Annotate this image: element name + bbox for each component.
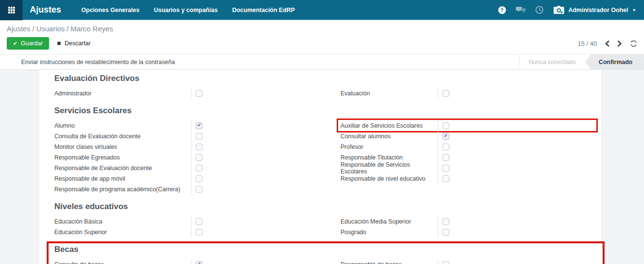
- permission-label: Consultar alumnos: [341, 133, 438, 140]
- permission-row: Consulta de becas: [54, 259, 341, 264]
- checkbox-consulta-de-becas[interactable]: [196, 261, 202, 264]
- permission-row: Responsable de nivel educativo: [341, 173, 598, 184]
- permission-row: Responsable de becas: [341, 259, 598, 264]
- permission-label: Responsable de Servicios Escolares: [341, 161, 438, 175]
- pager-value: 15 / 40: [578, 40, 597, 47]
- section-servicios-escolares: Servicios Escolares Alumno Consulta de E…: [54, 106, 602, 195]
- permission-label: Posgrado: [341, 229, 438, 236]
- permission-row: Administrador: [54, 88, 341, 99]
- permission-label: Responsable Egresados: [54, 154, 191, 161]
- checkbox-educacion-superior[interactable]: [196, 229, 202, 236]
- send-password-reset-button[interactable]: Enviar instrucciones de restablecimiento…: [0, 54, 175, 69]
- permission-label: Monitor clases virtuales: [54, 144, 191, 150]
- permission-row: Responsable de programa académico(Carrer…: [54, 184, 341, 195]
- permission-label: Alumno: [54, 122, 191, 129]
- user-menu[interactable]: Administrador Oohel ▾: [553, 5, 635, 15]
- breadcrumb-marco-reyes: Marco Reyes: [71, 25, 113, 33]
- permission-row: Posgrado: [341, 227, 598, 238]
- refresh-icon[interactable]: [630, 40, 637, 47]
- save-button[interactable]: ✔ Guardar: [7, 37, 49, 50]
- checkbox-profesor[interactable]: [442, 144, 449, 150]
- activities-clock-icon[interactable]: [535, 6, 543, 14]
- checkbox-educacion-basica[interactable]: [196, 218, 202, 225]
- permission-row: Consulta de Evaluación docente: [54, 131, 341, 142]
- menu-documentacion-edrp[interactable]: Documentación EdRP: [232, 7, 295, 13]
- permission-label: Administrador: [54, 90, 191, 97]
- checkbox-responsable-de-becas[interactable]: [442, 261, 449, 264]
- status-confirmado[interactable]: Confirmado: [585, 54, 644, 69]
- breadcrumb: Ajustes/Usuarios/Marco Reyes: [7, 25, 637, 33]
- checkbox-monitor-clases-virtuales[interactable]: [196, 144, 202, 150]
- section-niveles-educativos: Niveles educativos Educación Básica Educ…: [54, 202, 602, 238]
- pager-next-button[interactable]: [618, 40, 622, 47]
- user-name: Administrador Oohel: [568, 7, 628, 13]
- form-content: Evaluación Directivos Administrador Eval…: [0, 70, 644, 264]
- permission-row: Responsable Egresados: [54, 152, 341, 163]
- checkbox-responsable-programa-academico[interactable]: [196, 186, 202, 193]
- control-panel: Ajustes/Usuarios/Marco Reyes ✔ Guardar ✖…: [0, 20, 644, 54]
- checkbox-responsable-servicios-escolares[interactable]: [442, 165, 449, 172]
- permission-label: Responsable de app móvil: [54, 175, 191, 182]
- breadcrumb-separator: /: [32, 25, 34, 33]
- permission-row: Educación Básica: [54, 216, 341, 227]
- checkbox-educacion-media-superior[interactable]: [442, 218, 449, 225]
- check-icon: ✔: [13, 40, 17, 47]
- checkbox-posgrado[interactable]: [442, 229, 449, 236]
- checkbox-administrador[interactable]: [196, 90, 202, 97]
- checkbox-evaluacion[interactable]: [442, 90, 449, 97]
- breadcrumb-separator: /: [67, 25, 69, 33]
- permission-label: Responsable de programa académico(Carrer…: [54, 186, 191, 193]
- permission-label: Educación Media Superior: [341, 218, 438, 225]
- checkbox-responsable-egresados[interactable]: [196, 154, 202, 161]
- apps-menu-button[interactable]: [0, 0, 23, 20]
- avatar-camera-icon: [553, 5, 565, 15]
- chat-icon[interactable]: [516, 6, 526, 14]
- pager: 15 / 40: [578, 40, 637, 47]
- status-nunca-conectado[interactable]: Nunca conectado: [519, 54, 585, 69]
- permission-row: Educación Superior: [54, 227, 341, 238]
- permission-row: Educación Media Superior: [341, 216, 598, 227]
- permission-label: Profesor: [341, 144, 438, 150]
- permission-label: Responsable de becas: [341, 261, 438, 264]
- checkbox-responsable-nivel-educativo[interactable]: [442, 175, 449, 182]
- permission-row: Monitor clases virtuales: [54, 142, 341, 152]
- permission-label: Evaluación: [341, 90, 438, 97]
- apps-grid-icon: [8, 7, 15, 13]
- permission-row: Profesor: [341, 142, 598, 152]
- permission-label: Auxiliar de Servicios Escolares: [341, 122, 438, 129]
- permission-row: Evaluación: [341, 88, 598, 99]
- section-title: Becas: [54, 245, 602, 254]
- top-menu: Opciones Generales Usuarios y compañías …: [81, 7, 295, 13]
- checkbox-auxiliar-servicios-escolares[interactable]: [442, 122, 449, 129]
- discard-button[interactable]: ✖ Descartar: [57, 40, 90, 47]
- permission-row: Responsable de app móvil: [54, 173, 341, 184]
- permission-row: Responsable de Servicios Escolares: [341, 163, 598, 173]
- app-title[interactable]: Ajustes: [30, 5, 61, 15]
- permission-label: Consulta de Evaluación docente: [54, 133, 191, 140]
- statusbar: Nunca conectado Confirmado: [519, 54, 644, 69]
- checkbox-consultar-alumnos[interactable]: [442, 133, 449, 140]
- checkbox-consulta-evaluacion-docente[interactable]: [196, 133, 202, 140]
- section-title: Niveles educativos: [54, 202, 602, 211]
- permission-row-highlighted: Auxiliar de Servicios Escolares: [341, 120, 598, 131]
- menu-opciones-generales[interactable]: Opciones Generales: [81, 7, 139, 13]
- permission-label: Responsable de nivel educativo: [341, 175, 438, 182]
- pager-previous-button[interactable]: [605, 40, 609, 47]
- checkbox-responsable-evaluacion-docente[interactable]: [196, 165, 202, 172]
- checkbox-responsable-app-movil[interactable]: [196, 175, 202, 182]
- permission-label: Responsable de Evaluación docente: [54, 165, 191, 172]
- breadcrumb-ajustes[interactable]: Ajustes: [7, 25, 30, 33]
- permission-label: Educación Superior: [54, 229, 191, 236]
- help-icon[interactable]: ?: [498, 6, 506, 14]
- breadcrumb-usuarios[interactable]: Usuarios: [36, 25, 64, 33]
- top-navbar: Ajustes Opciones Generales Usuarios y co…: [0, 0, 644, 20]
- discard-button-label: Descartar: [64, 40, 90, 47]
- checkbox-responsable-titulacion[interactable]: [442, 154, 449, 161]
- form-action-bar: Enviar instrucciones de restablecimiento…: [0, 54, 644, 70]
- permission-row: Alumno: [54, 120, 341, 131]
- checkbox-alumno[interactable]: [196, 122, 202, 129]
- menu-usuarios-companias[interactable]: Usuarios y compañías: [154, 7, 218, 13]
- section-title: Servicios Escolares: [54, 106, 602, 116]
- permission-row: Consultar alumnos: [341, 131, 598, 142]
- close-icon: ✖: [57, 40, 61, 47]
